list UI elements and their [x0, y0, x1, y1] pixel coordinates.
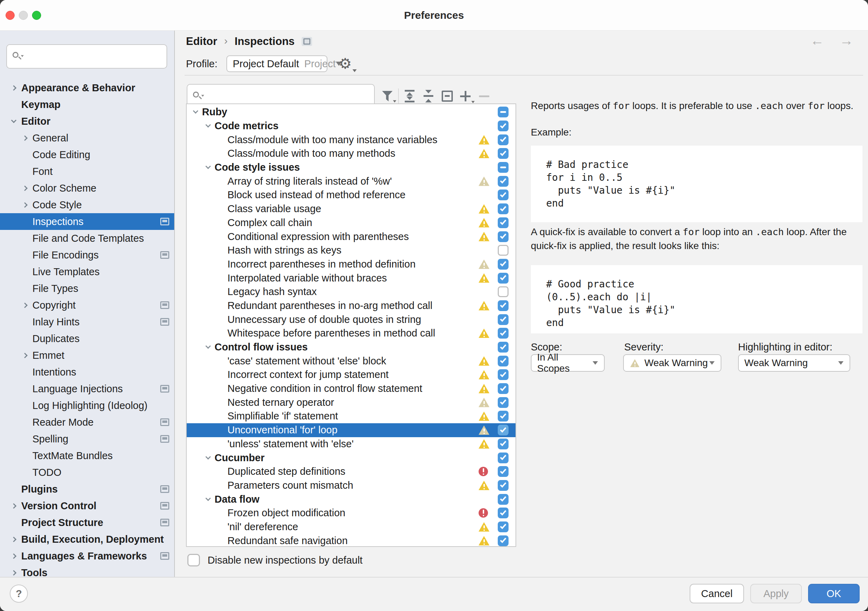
inspection-checkbox[interactable]	[498, 494, 508, 505]
inspection-checkbox[interactable]	[498, 148, 508, 159]
severity-select[interactable]: Weak Warning	[623, 354, 721, 372]
inspection-row[interactable]: Hash with strings as keys	[187, 243, 516, 257]
sidebar-search-input[interactable]	[6, 44, 167, 69]
close-button[interactable]	[6, 11, 15, 20]
inspection-row[interactable]: Conditional expression with parentheses	[187, 230, 516, 243]
sidebar-item[interactable]: Version Control	[0, 498, 174, 514]
inspection-checkbox[interactable]	[498, 397, 508, 408]
inspection-row[interactable]: Whitespace before parentheses in method …	[187, 326, 516, 340]
inspection-checkbox[interactable]	[498, 342, 508, 352]
inspection-checkbox[interactable]	[498, 425, 508, 436]
inspection-checkbox[interactable]	[498, 314, 508, 325]
sidebar-item[interactable]: TextMate Bundles	[0, 447, 174, 464]
sidebar-item[interactable]: Build, Execution, Deployment	[0, 531, 174, 547]
inspection-row[interactable]: Nested ternary operator	[187, 395, 516, 409]
inspection-checkbox[interactable]	[498, 217, 508, 228]
profile-actions-button[interactable]: ⚙	[339, 55, 356, 73]
inspection-checkbox[interactable]	[498, 135, 508, 145]
inspection-checkbox[interactable]	[498, 328, 508, 339]
inspection-row[interactable]: Negative condition in control flow state…	[187, 382, 516, 396]
inspection-checkbox[interactable]	[498, 176, 508, 187]
sidebar-item[interactable]: Code Style	[0, 197, 174, 213]
disable-new-inspections-checkbox[interactable]	[188, 554, 200, 566]
inspection-row[interactable]: 'nil' dereference	[187, 520, 516, 534]
inspection-checkbox[interactable]	[498, 231, 508, 242]
inspection-row[interactable]: Class/module with too many methods	[187, 147, 516, 161]
inspection-row[interactable]: Array of string literals instead of '%w'	[187, 174, 516, 188]
inspection-row[interactable]: Data flow	[187, 492, 516, 506]
breadcrumb-editor[interactable]: Editor	[186, 35, 217, 48]
sidebar-item[interactable]: File Types	[0, 280, 174, 297]
forward-arrow-icon[interactable]: →	[839, 33, 853, 48]
inspection-row[interactable]: Interpolated variable without braces	[187, 271, 516, 285]
add-inspection-icon[interactable]	[458, 88, 473, 104]
sidebar-item[interactable]: File Encodings	[0, 247, 174, 264]
inspection-row[interactable]: Frozen object modification	[187, 506, 516, 520]
scope-select[interactable]: In All Scopes	[531, 354, 604, 372]
inspection-checkbox[interactable]	[498, 273, 508, 284]
sidebar-item[interactable]: Log Highlighting (Ideolog)	[0, 397, 174, 414]
back-arrow-icon[interactable]: ←	[810, 33, 824, 48]
sidebar-item[interactable]: Duplicates	[0, 330, 174, 347]
inspection-row[interactable]: Code style issues	[187, 161, 516, 175]
inspection-row[interactable]: Legacy hash syntax	[187, 285, 516, 299]
highlighting-select[interactable]: Weak Warning	[738, 354, 850, 372]
sidebar-item[interactable]: Code Editing	[0, 146, 174, 163]
sidebar-item[interactable]: Language Injections	[0, 380, 174, 397]
inspection-checkbox[interactable]	[498, 203, 508, 214]
inspection-row[interactable]: Unnecessary use of double quotes in stri…	[187, 312, 516, 326]
inspection-checkbox[interactable]	[498, 356, 508, 366]
inspection-checkbox[interactable]	[498, 259, 508, 270]
sidebar-item[interactable]: Appearance & Behavior	[0, 79, 174, 96]
profile-select[interactable]: Project Default Project	[226, 55, 327, 72]
sidebar-item[interactable]: Languages & Frameworks	[0, 547, 174, 564]
sidebar-item[interactable]: Intentions	[0, 364, 174, 380]
inspection-row[interactable]: Class variable usage	[187, 202, 516, 216]
inspection-checkbox[interactable]	[498, 507, 508, 518]
inspection-row[interactable]: Parameters count mismatch	[187, 479, 516, 493]
sidebar-item[interactable]: Keymap	[0, 96, 174, 113]
inspection-checkbox[interactable]	[498, 453, 508, 463]
inspection-checkbox[interactable]	[498, 411, 508, 422]
inspection-row[interactable]: Ruby	[187, 105, 516, 119]
sidebar-item[interactable]: Inspections	[0, 213, 174, 230]
inspection-checkbox[interactable]	[498, 535, 508, 546]
inspection-checkbox[interactable]	[498, 439, 508, 450]
inspection-row[interactable]: Control flow issues	[187, 340, 516, 354]
sidebar-item[interactable]: Copyright	[0, 297, 174, 313]
inspection-row[interactable]: 'case' statement without 'else' block	[187, 354, 516, 368]
inspection-row[interactable]: Cucumber	[187, 451, 516, 465]
collapse-all-icon[interactable]	[421, 88, 436, 104]
sidebar-item[interactable]: Spelling	[0, 431, 174, 447]
sidebar-item[interactable]: Plugins	[0, 481, 174, 498]
inspection-row[interactable]: Block used instead of method reference	[187, 188, 516, 202]
inspection-checkbox[interactable]	[498, 369, 508, 380]
inspection-row[interactable]: Complex call chain	[187, 216, 516, 230]
reset-inspection-icon[interactable]	[440, 88, 455, 104]
inspection-checkbox[interactable]	[498, 245, 508, 256]
inspection-row[interactable]: 'unless' statement with 'else'	[187, 437, 516, 451]
inspection-row[interactable]: Redundant safe navigation	[187, 533, 516, 547]
sidebar-item[interactable]: Emmet	[0, 347, 174, 364]
sidebar-item[interactable]: Inlay Hints	[0, 313, 174, 330]
inspection-checkbox[interactable]	[498, 466, 508, 477]
inspection-checkbox[interactable]	[498, 107, 508, 117]
inspection-row[interactable]: Incorrect context for jump statement	[187, 368, 516, 382]
inspection-row[interactable]: Simplifiable 'if' statement	[187, 409, 516, 423]
inspection-checkbox[interactable]	[498, 383, 508, 394]
sidebar-item[interactable]: TODO	[0, 464, 174, 481]
inspection-checkbox[interactable]	[498, 286, 508, 297]
ok-button[interactable]: OK	[808, 584, 860, 603]
inspection-checkbox[interactable]	[498, 189, 508, 200]
sidebar-item[interactable]: Project Structure	[0, 514, 174, 531]
inspection-checkbox[interactable]	[498, 121, 508, 131]
sidebar-item[interactable]: File and Code Templates	[0, 230, 174, 247]
sidebar-item[interactable]: Color Scheme	[0, 180, 174, 197]
zoom-button[interactable]	[32, 11, 41, 20]
inspection-row[interactable]: Duplicated step definitions	[187, 465, 516, 479]
inspection-row[interactable]: Redundant parentheses in no-arg method c…	[187, 299, 516, 313]
sidebar-item[interactable]: Editor	[0, 113, 174, 130]
inspection-checkbox[interactable]	[498, 162, 508, 173]
sidebar-item[interactable]: General	[0, 130, 174, 146]
inspection-row[interactable]: Code metrics	[187, 119, 516, 133]
